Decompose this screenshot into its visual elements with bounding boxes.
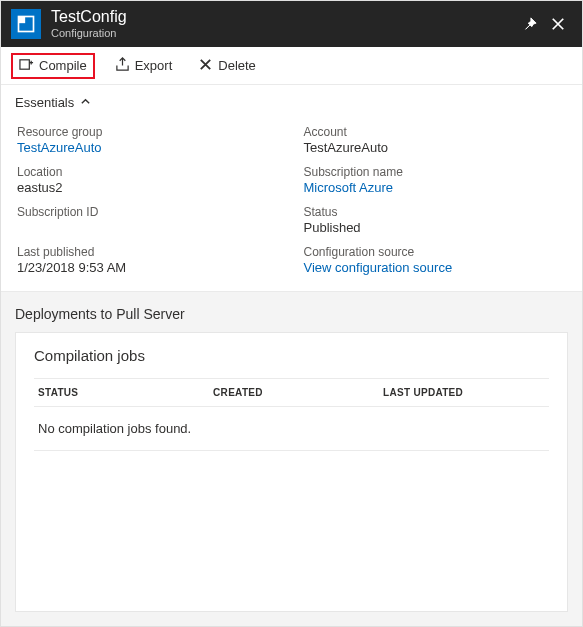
config-source-label: Configuration source: [304, 245, 567, 259]
deployments-section: Deployments to Pull Server Compilation j…: [1, 292, 582, 627]
status-label: Status: [304, 205, 567, 219]
resource-group-link[interactable]: TestAzureAuto: [17, 140, 280, 155]
column-created[interactable]: CREATED: [209, 379, 379, 407]
status-field: Status Published: [304, 205, 567, 235]
delete-icon: [198, 57, 213, 75]
chevron-up-icon: [80, 95, 91, 110]
config-source-link[interactable]: View configuration source: [304, 260, 567, 275]
blade-header: TestConfig Configuration: [1, 1, 582, 47]
command-bar: Compile Export Delete: [1, 47, 582, 85]
compilation-jobs-card: Compilation jobs STATUS CREATED LAST UPD…: [15, 332, 568, 612]
last-published-label: Last published: [17, 245, 280, 259]
compile-icon: [19, 57, 34, 75]
account-field: Account TestAzureAuto: [304, 125, 567, 155]
column-status[interactable]: STATUS: [34, 379, 209, 407]
pin-button[interactable]: [516, 10, 544, 38]
table-empty-row: No compilation jobs found.: [34, 407, 549, 451]
status-value: Published: [304, 220, 567, 235]
column-updated[interactable]: LAST UPDATED: [379, 379, 549, 407]
svg-rect-1: [19, 17, 26, 24]
blade-title: TestConfig: [51, 8, 516, 26]
location-value: eastus2: [17, 180, 280, 195]
deployments-section-title: Deployments to Pull Server: [15, 306, 568, 322]
subscription-name-link[interactable]: Microsoft Azure: [304, 180, 567, 195]
export-label: Export: [135, 58, 173, 73]
resource-group-label: Resource group: [17, 125, 280, 139]
essentials-panel: Resource group TestAzureAuto Account Tes…: [1, 121, 582, 292]
close-button[interactable]: [544, 10, 572, 38]
compilation-jobs-table: STATUS CREATED LAST UPDATED No compilati…: [34, 378, 549, 451]
account-value: TestAzureAuto: [304, 140, 567, 155]
compile-button[interactable]: Compile: [11, 53, 95, 79]
account-label: Account: [304, 125, 567, 139]
last-published-field: Last published 1/23/2018 9:53 AM: [17, 245, 280, 275]
subscription-id-field: Subscription ID: [17, 205, 280, 235]
delete-button[interactable]: Delete: [192, 53, 262, 79]
export-icon: [115, 57, 130, 75]
subscription-name-field: Subscription name Microsoft Azure: [304, 165, 567, 195]
config-source-field: Configuration source View configuration …: [304, 245, 567, 275]
compile-label: Compile: [39, 58, 87, 73]
svg-rect-2: [20, 59, 29, 68]
resource-group-field: Resource group TestAzureAuto: [17, 125, 280, 155]
empty-message: No compilation jobs found.: [34, 407, 549, 451]
blade-subtitle: Configuration: [51, 27, 516, 40]
export-button[interactable]: Export: [109, 53, 179, 79]
table-header-row: STATUS CREATED LAST UPDATED: [34, 379, 549, 407]
location-label: Location: [17, 165, 280, 179]
location-field: Location eastus2: [17, 165, 280, 195]
delete-label: Delete: [218, 58, 256, 73]
configuration-icon: [11, 9, 41, 39]
essentials-label: Essentials: [15, 95, 74, 110]
subscription-id-label: Subscription ID: [17, 205, 280, 219]
compilation-jobs-title: Compilation jobs: [34, 347, 549, 364]
subscription-name-label: Subscription name: [304, 165, 567, 179]
last-published-value: 1/23/2018 9:53 AM: [17, 260, 280, 275]
essentials-toggle[interactable]: Essentials: [1, 85, 582, 121]
